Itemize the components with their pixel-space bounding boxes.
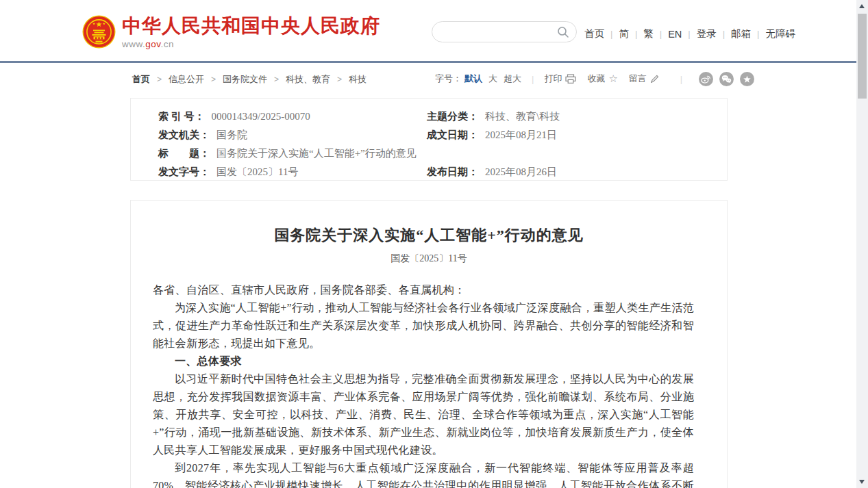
document-content-box: 国务院关于深入实施“人工智能+”行动的意见 国发〔2025〕11号 各省、自治区… (130, 200, 728, 488)
nav-separator: | (610, 29, 612, 39)
paragraph-goals: 到2027年，率先实现人工智能与6大重点领域广泛深度融合，新一代智能终端、智能体… (153, 459, 694, 488)
site-logo[interactable]: 中华人民共和国中央人民政府 www.gov.cn (82, 15, 380, 49)
meta-value: 国务院关于深入实施“人工智能+”行动的意见 (216, 147, 417, 160)
meta-left-column: 索 引 号： 000014349/2025-00070 发文机关： 国务院 标 … (158, 107, 417, 181)
pencil-icon (650, 75, 659, 84)
meta-label: 索 引 号： (158, 110, 205, 123)
favorite-label: 收藏 (587, 73, 605, 85)
breadcrumb-sci: 科技 (349, 73, 367, 86)
breadcrumb-home[interactable]: 首页 (132, 73, 150, 86)
search-box (432, 21, 577, 42)
nav-separator: | (723, 29, 725, 39)
site-header: 中华人民共和国中央人民政府 www.gov.cn 首页 | 简 | 繁 | EN… (0, 0, 856, 61)
meta-empty-row (427, 144, 560, 163)
meta-title: 标 题： 国务院关于深入实施“人工智能+”行动的意见 (158, 144, 417, 163)
nav-accessibility[interactable]: 无障碍 (766, 27, 796, 40)
breadcrumb-separator: > (337, 75, 342, 84)
scrollbar-thumb[interactable] (858, 14, 867, 99)
url-cn: .cn (161, 39, 175, 49)
national-emblem-icon (82, 15, 116, 49)
comment-button[interactable]: 留言 (629, 73, 659, 85)
scroll-down-arrow[interactable] (859, 480, 865, 484)
section-heading-overall-requirements: 一、总体要求 (153, 352, 694, 370)
vertical-scrollbar[interactable] (856, 0, 868, 488)
print-label: 打印 (544, 73, 562, 85)
share-icons (693, 72, 754, 86)
nav-home[interactable]: 首页 (584, 27, 604, 40)
breadcrumb-separator: > (211, 75, 216, 84)
site-title: 中华人民共和国中央人民政府 (122, 15, 380, 37)
comment-label: 留言 (629, 73, 647, 85)
meta-label: 标 题： (158, 147, 210, 160)
nav-simplified[interactable]: 简 (619, 27, 629, 40)
scroll-up-arrow[interactable] (859, 4, 865, 8)
breadcrumb-separator: > (157, 75, 162, 84)
search-button[interactable] (557, 26, 569, 38)
meta-value: 2025年08月26日 (485, 166, 557, 179)
nav-separator: | (688, 29, 690, 39)
paragraph-guiding-ideology: 以习近平新时代中国特色社会主义思想为指导，完整准确全面贯彻新发展理念，坚持以人民… (153, 370, 694, 459)
meta-doc-number: 发文字号： 国发〔2025〕11号 (158, 163, 417, 181)
meta-publish-date: 发布日期： 2025年08月26日 (427, 163, 560, 181)
site-url: www.gov.cn (122, 39, 380, 49)
nav-separator: | (660, 29, 662, 39)
meta-topic-category: 主题分类： 科技、教育\科技 (427, 107, 560, 126)
meta-label: 发文字号： (158, 166, 210, 179)
meta-value: 2025年08月21日 (485, 129, 557, 142)
qzone-share-icon[interactable] (740, 72, 754, 86)
nav-separator: | (757, 29, 759, 39)
document-body: 各省、自治区、直辖市人民政府，国务院各部委、各直属机构： 为深入实施“人工智能+… (153, 281, 694, 488)
nav-login[interactable]: 登录 (697, 27, 717, 40)
breadcrumb: 首页 > 信息公开 > 国务院文件 > 科技、教育 > 科技 (132, 73, 367, 86)
meta-index-number: 索 引 号： 000014349/2025-00070 (158, 107, 417, 126)
meta-label: 主题分类： (427, 110, 478, 123)
nav-mail[interactable]: 邮箱 (731, 27, 751, 40)
printer-icon (565, 74, 576, 84)
meta-written-date: 成文日期： 2025年08月21日 (427, 126, 560, 144)
url-gov: gov (145, 39, 160, 49)
weibo-share-icon[interactable] (699, 72, 713, 86)
meta-value: 000014349/2025-00070 (212, 111, 310, 123)
url-www: www. (122, 39, 145, 49)
tools-separator: | (680, 74, 682, 84)
wechat-share-icon[interactable] (719, 72, 734, 86)
meta-label: 发文机关： (158, 129, 210, 142)
font-size-large-button[interactable]: 大 (488, 73, 497, 85)
meta-issuing-agency: 发文机关： 国务院 (158, 126, 417, 144)
breadcrumb-state-council-docs[interactable]: 国务院文件 (223, 73, 267, 86)
search-input[interactable] (442, 23, 551, 41)
meta-value: 国务院 (216, 129, 247, 142)
nav-english[interactable]: EN (668, 29, 682, 40)
nav-separator: | (635, 29, 637, 39)
paragraph-salutation: 各省、自治区、直辖市人民政府，国务院各部委、各直属机构： (153, 281, 694, 299)
star-icon: ☆ (608, 74, 617, 84)
meta-right-column: 主题分类： 科技、教育\科技 成文日期： 2025年08月21日 发布日期： 2… (427, 107, 560, 181)
document-title: 国务院关于深入实施“人工智能+”行动的意见 (131, 225, 727, 246)
font-size-xlarge-button[interactable]: 超大 (504, 73, 521, 85)
document-number: 国发〔2025〕11号 (131, 253, 727, 265)
favorite-button[interactable]: 收藏 ☆ (587, 73, 617, 85)
meta-value: 科技、教育\科技 (485, 110, 560, 123)
logo-text: 中华人民共和国中央人民政府 www.gov.cn (122, 15, 380, 49)
meta-value: 国发〔2025〕11号 (216, 166, 298, 179)
breadcrumb-separator: > (274, 75, 279, 84)
paragraph-intro: 为深入实施“人工智能+”行动，推动人工智能与经济社会各行业各领域广泛深度融合，重… (153, 299, 694, 352)
breadcrumb-sci-edu[interactable]: 科技、教育 (286, 73, 330, 86)
page-tools: 字号： 默认 大 超大 | 打印 收藏 ☆ 留言 | (435, 70, 754, 87)
document-meta-box: 索 引 号： 000014349/2025-00070 发文机关： 国务院 标 … (130, 98, 728, 181)
nav-traditional[interactable]: 繁 (643, 27, 654, 40)
print-button[interactable]: 打印 (544, 73, 576, 85)
breadcrumb-info-disclosure[interactable]: 信息公开 (169, 73, 204, 86)
tools-separator: | (532, 74, 534, 84)
search-icon (557, 26, 569, 38)
header-divider (0, 61, 868, 63)
font-size-label: 字号： (435, 73, 462, 85)
meta-label: 成文日期： (427, 129, 478, 142)
font-size-default-button[interactable]: 默认 (464, 73, 482, 85)
top-nav: 首页 | 简 | 繁 | EN | 登录 | 邮箱 | 无障碍 (584, 27, 795, 40)
page: 中华人民共和国中央人民政府 www.gov.cn 首页 | 简 | 繁 | EN… (0, 0, 868, 488)
meta-label: 发布日期： (427, 166, 478, 179)
